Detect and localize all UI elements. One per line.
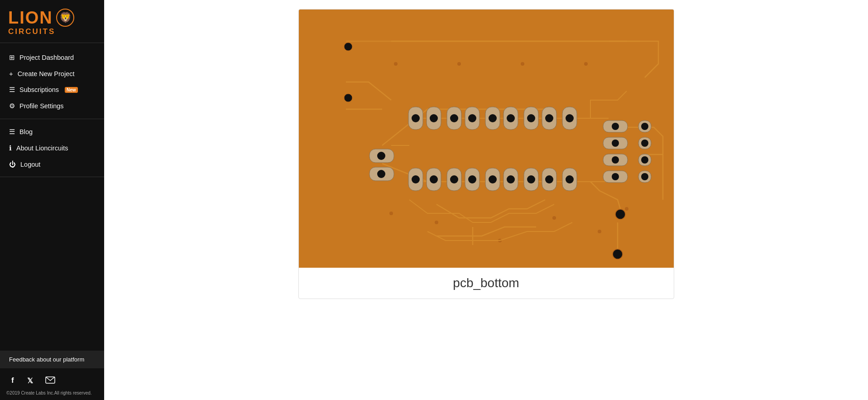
- sidebar-item-blog[interactable]: ☰ Blog: [0, 124, 104, 140]
- email-link[interactable]: [45, 376, 55, 386]
- pad-bot-1: [408, 168, 423, 191]
- svg-point-20: [344, 94, 352, 102]
- pad-top-2: [427, 107, 441, 130]
- sidebar-label-subscriptions: Subscriptions: [19, 86, 59, 93]
- pad-right2-1: [638, 120, 651, 132]
- sidebar-label-blog: Blog: [19, 128, 33, 135]
- svg-point-58: [377, 152, 385, 160]
- twitter-link[interactable]: 𝕏: [27, 376, 36, 387]
- svg-point-60: [377, 170, 385, 178]
- pad-left-top: [369, 149, 394, 163]
- svg-point-36: [545, 114, 553, 122]
- pad-top-7: [524, 107, 538, 130]
- svg-point-44: [450, 175, 458, 183]
- pad-right1-4: [603, 171, 628, 183]
- pad-right1-1: [603, 120, 628, 132]
- sidebar-label-logout: Logout: [20, 161, 40, 168]
- svg-point-14: [435, 221, 438, 224]
- svg-text:f: f: [11, 376, 14, 385]
- pad-bot-9: [562, 168, 577, 191]
- twitter-icon: 𝕏: [27, 376, 36, 385]
- pcb-label: pcb_bottom: [299, 268, 674, 299]
- sidebar-item-subscriptions[interactable]: ☰ Subscriptions New: [0, 82, 104, 98]
- logo-text: LION 🦁 CIRCUITS: [8, 8, 75, 36]
- pad-bot-6: [504, 168, 518, 191]
- feedback-button[interactable]: Feedback about our platform: [0, 351, 104, 368]
- svg-point-18: [625, 207, 628, 211]
- sidebar-item-logout[interactable]: ⏻ Logout: [0, 156, 104, 172]
- svg-point-64: [612, 140, 619, 147]
- svg-point-19: [344, 43, 352, 51]
- pad-top-4: [465, 107, 480, 130]
- svg-point-28: [468, 114, 476, 122]
- logo-area: LION 🦁 CIRCUITS: [0, 0, 104, 43]
- pad-top-9: [562, 107, 577, 130]
- svg-point-11: [521, 62, 524, 66]
- svg-point-32: [507, 114, 515, 122]
- info-icon: ℹ: [9, 144, 12, 152]
- new-badge: New: [65, 87, 78, 93]
- pad-bot-5: [485, 168, 500, 191]
- plus-icon: +: [9, 70, 13, 77]
- svg-point-24: [430, 114, 438, 122]
- pad-bot-8: [542, 168, 556, 191]
- svg-point-78: [613, 249, 623, 259]
- svg-point-10: [457, 62, 461, 66]
- sidebar-bottom: Feedback about our platform f 𝕏 ©201: [0, 351, 104, 400]
- pad-top-8: [542, 107, 556, 130]
- svg-point-70: [641, 123, 648, 130]
- gear-icon: ⚙: [9, 102, 15, 110]
- logo-circuits: CIRCUITS: [8, 27, 55, 36]
- pad-right1-3: [603, 154, 628, 166]
- logo-lion: LION: [8, 9, 53, 26]
- sidebar: LION 🦁 CIRCUITS ⊞ Project Dashboard + Cr…: [0, 0, 104, 400]
- pad-bot-7: [524, 168, 538, 191]
- pad-right2-2: [638, 137, 651, 149]
- svg-point-17: [598, 230, 601, 233]
- svg-point-38: [566, 114, 574, 122]
- svg-point-48: [489, 175, 497, 183]
- pad-left-bot: [369, 167, 394, 181]
- sidebar-item-profile-settings[interactable]: ⚙ Profile Settings: [0, 98, 104, 114]
- svg-text:𝕏: 𝕏: [27, 377, 33, 385]
- svg-point-56: [566, 175, 574, 183]
- pad-top-6: [504, 107, 518, 130]
- pad-right2-4: [638, 171, 651, 183]
- svg-point-54: [545, 175, 553, 183]
- svg-point-74: [641, 156, 648, 164]
- main-content: pcb_bottom: [104, 0, 868, 400]
- svg-point-76: [641, 173, 648, 180]
- svg-point-30: [489, 114, 497, 122]
- facebook-icon: f: [9, 376, 18, 385]
- sidebar-label-profile-settings: Profile Settings: [19, 102, 64, 110]
- svg-point-34: [527, 114, 535, 122]
- svg-point-66: [612, 156, 619, 164]
- svg-point-16: [552, 216, 556, 220]
- subscriptions-icon: ☰: [9, 86, 15, 94]
- pcb-svg: [299, 10, 674, 268]
- svg-text:🦁: 🦁: [59, 11, 72, 24]
- svg-point-72: [641, 140, 648, 147]
- svg-point-77: [615, 209, 625, 219]
- pad-right1-2: [603, 137, 628, 149]
- svg-point-46: [468, 175, 476, 183]
- facebook-link[interactable]: f: [9, 376, 18, 387]
- sidebar-label-create-new-project: Create New Project: [18, 70, 75, 77]
- svg-point-52: [527, 175, 535, 183]
- pcb-card: pcb_bottom: [298, 9, 674, 299]
- sidebar-item-project-dashboard[interactable]: ⊞ Project Dashboard: [0, 49, 104, 66]
- svg-point-62: [612, 123, 619, 130]
- logout-icon: ⏻: [9, 160, 16, 168]
- social-footer: f 𝕏: [0, 368, 104, 389]
- lion-logo-icon: 🦁: [56, 8, 75, 27]
- svg-point-9: [394, 62, 398, 66]
- blog-icon: ☰: [9, 128, 15, 136]
- sidebar-item-create-new-project[interactable]: + Create New Project: [0, 66, 104, 82]
- sidebar-label-project-dashboard: Project Dashboard: [19, 54, 74, 61]
- svg-point-50: [507, 175, 515, 183]
- email-icon: [45, 376, 55, 384]
- pad-top-5: [485, 107, 500, 130]
- pad-bot-4: [465, 168, 480, 191]
- sidebar-item-about[interactable]: ℹ About Lioncircuits: [0, 140, 104, 156]
- svg-point-13: [389, 212, 393, 215]
